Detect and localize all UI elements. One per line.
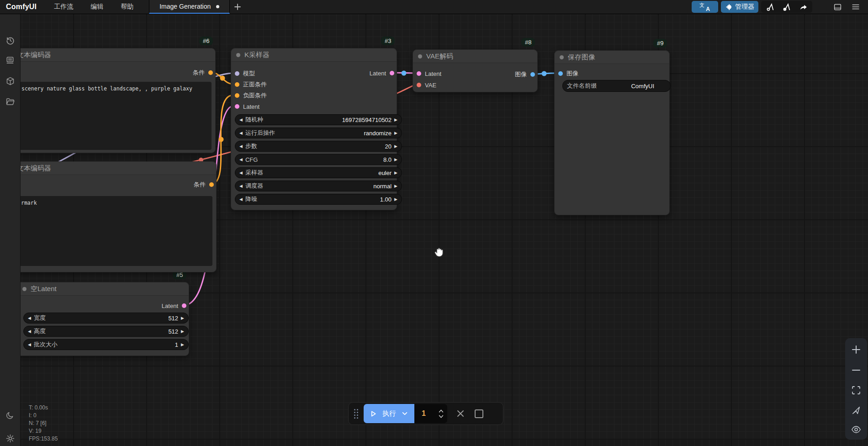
run-options-chevron-icon[interactable]: [402, 410, 408, 417]
widget-cfg[interactable]: ◀ CFG 8.0 ▶: [235, 154, 402, 165]
node-ksampler[interactable]: K采样器 模型 正面条件 负面条件 Latent Latent ◀ 随机种 16…: [231, 48, 397, 210]
input-slot-model[interactable]: 模型: [235, 69, 255, 78]
widget-seed[interactable]: ◀ 随机种 169728594710502 ▶: [235, 114, 402, 125]
prompt-textarea[interactable]: scenery nature glass bottle landscape, ,…: [0, 82, 212, 150]
node-library-icon[interactable]: [5, 76, 15, 86]
history-icon[interactable]: [5, 35, 15, 45]
widget-denoise[interactable]: ◀ 降噪 1.00 ▶: [235, 194, 402, 205]
node-clip-text-encode-positive[interactable]: 文本编码器 条件 scenery nature glass bottle lan…: [0, 48, 216, 153]
widget-right-arrow-icon[interactable]: ▶: [394, 171, 397, 175]
drag-handle-icon[interactable]: [354, 409, 358, 419]
node-header[interactable]: VAE解码: [413, 50, 537, 63]
widget-right-arrow-icon[interactable]: ▶: [394, 144, 397, 149]
manager-logo-icon-1[interactable]: [762, 1, 778, 13]
slot-dot-image[interactable]: [558, 71, 563, 76]
app-logo[interactable]: ComfyUI: [6, 3, 37, 11]
slot-dot-conditioning[interactable]: [235, 82, 239, 87]
slot-dot-conditioning[interactable]: [209, 182, 214, 187]
graph-canvas[interactable]: #6 #3 #8 #9 #5 文本编码器 条件 scenery nature g…: [0, 0, 868, 446]
canvas-controls[interactable]: [845, 338, 867, 440]
slot-dot-latent[interactable]: [417, 71, 421, 76]
widget-right-arrow-icon[interactable]: ▶: [394, 197, 397, 202]
queue-icon[interactable]: [5, 55, 15, 65]
output-slot-latent[interactable]: Latent: [370, 69, 394, 78]
slot-dot-conditioning[interactable]: [208, 70, 213, 75]
select-mode-icon[interactable]: [851, 405, 861, 415]
output-slot-latent[interactable]: Latent: [162, 301, 186, 310]
output-slot-conditioning[interactable]: 条件: [194, 180, 214, 189]
slot-dot-image[interactable]: [530, 72, 535, 77]
stepper-up-icon[interactable]: [439, 409, 444, 413]
node-header[interactable]: 文本编码器: [0, 162, 216, 175]
widget-scheduler[interactable]: ◀ 调度器 normal ▶: [235, 181, 402, 191]
node-empty-latent[interactable]: 空Latent Latent ◀ 宽度 512 ▶ ◀ 高度 512 ▶ ◀ 批…: [0, 282, 189, 356]
translate-button[interactable]: 文 A: [692, 1, 718, 13]
widget-sampler-name[interactable]: ◀ 采样器 euler ▶: [235, 167, 402, 178]
menu-workflow[interactable]: 工作流: [54, 3, 73, 11]
tab-image-generation[interactable]: Image Generation: [149, 0, 230, 14]
widget-left-arrow-icon[interactable]: ◀: [239, 131, 243, 135]
slot-dot-model[interactable]: [235, 71, 239, 76]
widget-control-after-generate[interactable]: ◀ 运行后操作 randomize ▶: [235, 127, 402, 138]
batch-count-input[interactable]: 1: [414, 404, 447, 423]
execution-bar[interactable]: 执行 1: [348, 402, 503, 425]
node-header[interactable]: 保存图像: [555, 51, 669, 64]
widget-steps[interactable]: ◀ 步数 20 ▶: [235, 141, 402, 152]
slot-dot-latent[interactable]: [390, 71, 394, 75]
widget-left-arrow-icon[interactable]: ◀: [239, 197, 243, 202]
workflows-icon[interactable]: [5, 96, 15, 106]
input-slot-positive[interactable]: 正面条件: [235, 80, 267, 89]
manager-logo-icon-2[interactable]: [778, 1, 795, 13]
bottom-panel-toggle-icon[interactable]: [830, 0, 845, 14]
batch-count-value[interactable]: 1: [422, 409, 439, 418]
share-icon[interactable]: [795, 1, 811, 13]
node-header[interactable]: 空Latent: [0, 282, 189, 296]
node-header[interactable]: K采样器: [231, 48, 397, 62]
zoom-out-button[interactable]: [851, 365, 861, 375]
batch-count-steppers[interactable]: [439, 409, 444, 418]
menu-help[interactable]: 帮助: [121, 3, 133, 11]
widget-batch-size[interactable]: ◀ 批次大小 1 ▶: [23, 339, 189, 350]
stop-button[interactable]: [475, 409, 483, 418]
toggle-link-visibility-icon[interactable]: [851, 425, 861, 435]
stepper-down-icon[interactable]: [439, 415, 444, 418]
cancel-button[interactable]: [456, 409, 465, 418]
widget-right-arrow-icon[interactable]: ▶: [394, 158, 397, 162]
input-slot-latent[interactable]: Latent: [417, 69, 441, 78]
slot-dot-vae[interactable]: [417, 83, 421, 87]
input-slot-latent[interactable]: Latent: [235, 102, 259, 111]
prompt-textarea[interactable]: rmark: [0, 196, 212, 266]
zoom-in-button[interactable]: [851, 345, 861, 355]
menu-edit[interactable]: 编辑: [90, 3, 103, 11]
widget-left-arrow-icon[interactable]: ◀: [28, 343, 31, 347]
fit-view-button[interactable]: [851, 385, 861, 395]
widget-left-arrow-icon[interactable]: ◀: [239, 158, 243, 162]
slot-dot-conditioning[interactable]: [235, 93, 239, 98]
theme-toggle-icon[interactable]: [5, 410, 15, 420]
widget-filename-prefix[interactable]: 文件名前缀 ComfyUI: [562, 80, 671, 92]
node-save-image[interactable]: 保存图像 图像 文件名前缀 ComfyUI: [554, 50, 670, 215]
manager-button[interactable]: 管理器: [721, 1, 758, 13]
slot-dot-latent[interactable]: [182, 303, 186, 308]
left-sidebar[interactable]: [0, 14, 21, 446]
new-tab-button[interactable]: [230, 0, 245, 14]
node-header[interactable]: 文本编码器: [0, 48, 215, 62]
widget-height[interactable]: ◀ 高度 512 ▶: [23, 326, 189, 337]
widget-right-arrow-icon[interactable]: ▶: [181, 316, 184, 320]
menu-icon[interactable]: [848, 0, 863, 14]
node-vae-decode[interactable]: VAE解码 Latent VAE 图像: [413, 49, 538, 92]
widget-left-arrow-icon[interactable]: ◀: [239, 171, 243, 175]
run-button[interactable]: 执行: [364, 404, 414, 423]
widget-left-arrow-icon[interactable]: ◀: [239, 118, 243, 122]
output-slot-conditioning[interactable]: 条件: [193, 68, 213, 77]
widget-left-arrow-icon[interactable]: ◀: [28, 329, 31, 334]
input-slot-image[interactable]: 图像: [558, 69, 578, 78]
widget-right-arrow-icon[interactable]: ▶: [181, 343, 184, 347]
widget-left-arrow-icon[interactable]: ◀: [239, 184, 243, 188]
widget-width[interactable]: ◀ 宽度 512 ▶: [23, 313, 189, 324]
widget-right-arrow-icon[interactable]: ▶: [394, 131, 397, 135]
input-slot-vae[interactable]: VAE: [417, 80, 436, 90]
node-clip-text-encode-negative[interactable]: 文本编码器 条件 rmark: [0, 161, 217, 272]
output-slot-image[interactable]: 图像: [515, 70, 535, 79]
slot-dot-latent[interactable]: [235, 104, 239, 109]
